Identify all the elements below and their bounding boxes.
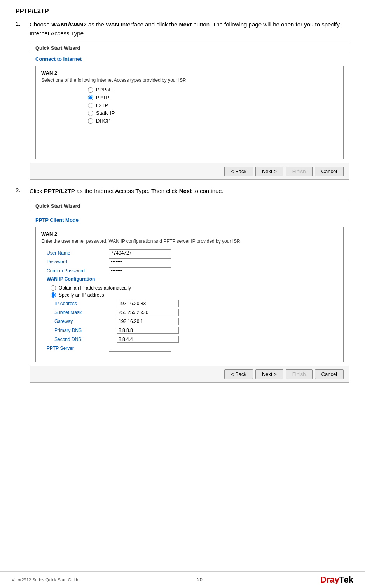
password-input[interactable] <box>109 258 171 265</box>
radio-pptp-label: PPTP <box>96 95 109 100</box>
primary-dns-input[interactable] <box>117 327 179 334</box>
wan-title-2: WAN 2 <box>41 231 338 237</box>
step-2: 2. Click PPTP/L2TP as the Internet Acces… <box>16 187 349 383</box>
subnet-mask-input[interactable] <box>117 309 179 316</box>
pptp-server-row: PPTP Server <box>47 345 332 352</box>
footer-page-number: 20 <box>197 577 202 583</box>
wan-subtitle-2: Enter the user name, password, WAN IP co… <box>41 239 338 244</box>
confirm-password-label: Confirm Password <box>47 268 109 274</box>
ip-address-row: IP Address <box>47 300 332 307</box>
step-2-text-part1: Click <box>30 188 44 194</box>
password-label: Password <box>47 259 109 265</box>
step-1-text-part2: as the WAN Interface and click the <box>87 21 179 28</box>
step-2-text-part2: as the Internet Access Type. Then click <box>75 188 179 194</box>
step-2-number: 2. <box>16 187 30 383</box>
step-2-text-part3: to continue. <box>192 188 224 194</box>
wan-subtitle-1: Select one of the following Internet Acc… <box>41 77 338 83</box>
pptp-server-label: PPTP Server <box>47 346 109 351</box>
next-button-2[interactable]: Next > <box>255 369 283 379</box>
radio-dhcp-input[interactable] <box>88 118 93 124</box>
user-name-label: User Name <box>47 250 109 256</box>
radio-dhcp[interactable]: DHCP <box>88 118 338 124</box>
obtain-auto-option[interactable]: Obtain an IP address automatically <box>51 285 332 291</box>
step-1-text-part1: Choose <box>30 21 51 28</box>
wan-title-1: WAN 2 <box>41 70 338 76</box>
wan-ip-config-label: WAN IP Configuration <box>47 276 95 282</box>
step-2-text: Click PPTP/L2TP as the Internet Access T… <box>30 187 349 196</box>
obtain-auto-label: Obtain an IP address automatically <box>59 285 131 291</box>
second-dns-input[interactable] <box>117 336 179 343</box>
radio-pppoe-input[interactable] <box>88 87 93 93</box>
cancel-button-2[interactable]: Cancel <box>315 369 344 379</box>
primary-dns-label: Primary DNS <box>54 328 117 333</box>
back-button-2[interactable]: < Back <box>224 369 253 379</box>
step-2-content: Click PPTP/L2TP as the Internet Access T… <box>30 187 349 383</box>
wan-box-2: WAN 2 Enter the user name, password, WAN… <box>35 227 344 362</box>
confirm-password-input[interactable] <box>109 267 171 274</box>
radio-staticip[interactable]: Static IP <box>88 110 338 116</box>
wan-box-1: WAN 2 Select one of the following Intern… <box>35 66 344 159</box>
second-dns-label: Second DNS <box>54 337 117 342</box>
radio-dhcp-label: DHCP <box>96 118 110 124</box>
finish-button-2: Finish <box>286 369 313 379</box>
ip-address-label: IP Address <box>54 301 117 306</box>
wizard-box-2: Quick Start Wizard PPTP Client Mode WAN … <box>30 200 349 383</box>
primary-dns-row: Primary DNS <box>47 327 332 334</box>
cancel-button-1[interactable]: Cancel <box>315 167 344 176</box>
gateway-row: Gateway <box>47 318 332 325</box>
step-1-number: 1. <box>16 20 30 180</box>
step-2-bold2: Next <box>179 188 192 194</box>
gateway-input[interactable] <box>117 318 179 325</box>
radio-pppoe-label: PPPoE <box>96 87 112 93</box>
wizard-header-2: Quick Start Wizard <box>30 200 349 211</box>
obtain-auto-radio[interactable] <box>51 285 56 291</box>
step-1-text: Choose WAN1/WAN2 as the WAN Interface an… <box>30 20 349 38</box>
subnet-mask-label: Subnet Mask <box>54 310 117 315</box>
gateway-label: Gateway <box>54 319 117 324</box>
footer-left: Vigor2912 Series Quick Start Guide <box>12 577 79 582</box>
confirm-password-row: Confirm Password <box>47 267 332 274</box>
pptp-form: User Name Password Confirm Password <box>41 248 338 358</box>
wizard-section-label-2: PPTP Client Mode <box>30 214 349 225</box>
specify-ip-radio[interactable] <box>51 292 56 298</box>
password-row: Password <box>47 258 332 265</box>
wizard-section-label-1: Connect to Internet <box>30 53 349 63</box>
subnet-mask-row: Subnet Mask <box>47 309 332 316</box>
wizard-body-2: PPTP Client Mode WAN 2 Enter the user na… <box>30 211 349 362</box>
second-dns-row: Second DNS <box>47 336 332 343</box>
next-button-1[interactable]: Next > <box>255 167 283 176</box>
radio-l2tp-input[interactable] <box>88 103 93 108</box>
radio-group-1: PPPoE PPTP L2TP Static IP DHCP <box>88 87 338 124</box>
page-title: PPTP/L2TP <box>16 8 349 15</box>
wizard-footer-2: < Back Next > Finish Cancel <box>30 366 349 382</box>
back-button-1[interactable]: < Back <box>224 167 253 176</box>
ip-address-input[interactable] <box>117 300 179 307</box>
finish-button-1: Finish <box>286 167 313 176</box>
page-footer: Vigor2912 Series Quick Start Guide 20 Dr… <box>0 571 365 588</box>
wan-ip-radio-group: Obtain an IP address automatically Speci… <box>47 285 332 298</box>
radio-staticip-input[interactable] <box>88 111 93 116</box>
pptp-server-input[interactable] <box>109 345 171 352</box>
draytek-logo: DrayTek <box>320 575 353 585</box>
wizard-box-1: Quick Start Wizard Connect to Internet W… <box>30 42 349 180</box>
wizard-footer-1: < Back Next > Finish Cancel <box>30 163 349 179</box>
step-2-bold1: PPTP/L2TP <box>44 188 75 194</box>
radio-l2tp-label: L2TP <box>96 102 108 108</box>
radio-pptp[interactable]: PPTP <box>88 95 338 100</box>
step-1-bold1: WAN1/WAN2 <box>51 21 87 28</box>
wizard-header-1: Quick Start Wizard <box>30 42 349 53</box>
step-1-bold2: Next <box>179 21 192 28</box>
radio-pptp-input[interactable] <box>88 95 93 100</box>
radio-staticip-label: Static IP <box>96 110 115 116</box>
user-name-row: User Name <box>47 249 332 256</box>
step-1-content: Choose WAN1/WAN2 as the WAN Interface an… <box>30 20 349 180</box>
specify-ip-option[interactable]: Specify an IP address <box>51 292 332 298</box>
radio-l2tp[interactable]: L2TP <box>88 102 338 108</box>
radio-pppoe[interactable]: PPPoE <box>88 87 338 93</box>
step-1: 1. Choose WAN1/WAN2 as the WAN Interface… <box>16 20 349 180</box>
wan-ip-config-row: WAN IP Configuration <box>47 276 332 283</box>
wizard-body-1: Connect to Internet WAN 2 Select one of … <box>30 53 349 159</box>
user-name-input[interactable] <box>109 249 171 256</box>
specify-ip-label: Specify an IP address <box>59 292 104 298</box>
